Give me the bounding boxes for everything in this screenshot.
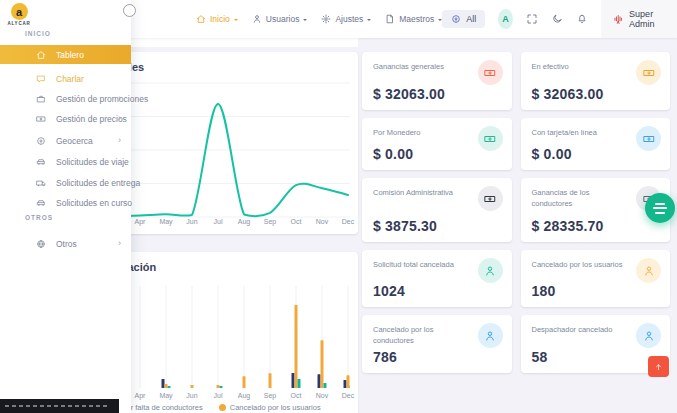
sidebar-item-solicitudes-de-entrega[interactable]: Solicitudes de entrega (0, 173, 131, 192)
banknote-icon (643, 67, 655, 79)
x-axis-tick: Jul (214, 392, 223, 399)
sidebar-item-geocerca[interactable]: Geocerca› (0, 131, 131, 150)
stat-value: $ 0.00 (532, 146, 572, 162)
nav-item-label: Ajustes (335, 14, 363, 24)
stat-label: Ganancias de los conductores (532, 187, 629, 210)
bell-icon (576, 13, 588, 25)
dark-mode-button[interactable] (551, 13, 563, 25)
stat-label: Comisión Administrativa (373, 187, 470, 198)
stat-icon-badge (478, 258, 503, 283)
nav-item-usuarios[interactable]: Usuarios (252, 14, 308, 24)
car-icon (36, 157, 46, 167)
sidebar-item-otros[interactable]: Otros› (0, 234, 131, 253)
zone-select[interactable]: All (442, 10, 485, 28)
stat-value: 786 (373, 349, 397, 365)
stat-card-cancelado-por-los-usuarios: Cancelado por los usuarios180 (521, 250, 671, 307)
brand-logo-icon: a (11, 3, 28, 20)
stat-label: Cancelado por los conductores (373, 324, 470, 347)
doc-icon (385, 14, 395, 24)
filter-icon (655, 203, 665, 205)
sidebar-item-label: Otros (56, 239, 77, 249)
banknote-icon (484, 193, 496, 205)
sidebar-section-otros: OTROS (25, 214, 53, 221)
sidebar-item-solicitudes-de-viaje[interactable]: Solicitudes de viaje (0, 152, 131, 171)
x-axis-tick: Jun (186, 392, 197, 399)
stat-icon-badge (636, 60, 661, 85)
chevron-down-icon (367, 19, 371, 23)
translate-button[interactable]: A (498, 9, 512, 29)
translate-icon: A (502, 14, 509, 24)
x-axis-tick: Dec (342, 392, 354, 399)
stat-value: $ 32063.00 (532, 86, 604, 102)
x-axis-tick: Jun (186, 218, 197, 225)
stat-value: $ 28335.70 (532, 218, 604, 234)
chevron-down-icon (303, 19, 307, 23)
sidebar-toggle[interactable] (123, 4, 136, 17)
person-icon (484, 265, 496, 277)
stat-icon-badge (478, 60, 503, 85)
sidebar-item-gestion-de-promociones[interactable]: Gestión de promociones› (0, 89, 131, 108)
fullscreen-button[interactable] (526, 13, 538, 25)
brand-logo[interactable]: a ALYCAR (7, 3, 31, 26)
stat-value: $ 32063.00 (373, 86, 445, 102)
banknote-icon (484, 67, 496, 79)
legend-item-cancelado-por-los-usuarios[interactable]: Cancelado por los usuarios (219, 403, 321, 412)
nav-item-ajustes[interactable]: Ajustes (321, 14, 371, 24)
stat-label: Con tarjeta/en línea (532, 127, 629, 138)
stat-label: Despachador cancelado (532, 324, 629, 335)
sidebar-item-tablero[interactable]: Tablero (0, 45, 131, 64)
scroll-top-button[interactable] (648, 356, 669, 377)
person-icon (643, 265, 655, 277)
nav-item-maestros[interactable]: Maestros (385, 14, 442, 24)
person-icon (643, 330, 655, 342)
profile-menu[interactable]: Super Admin (601, 0, 677, 38)
nav-item-label: Maestros (399, 14, 434, 24)
sidebar-item-label: Tablero (56, 50, 84, 60)
stat-value: $ 3875.30 (373, 218, 437, 234)
sidebar-item-label: Solicitudes de entrega (56, 178, 140, 188)
stat-card-por-monedero: Por Monedero$ 0.00 (362, 118, 512, 170)
profile-name: Super Admin (629, 9, 665, 29)
chevron-right-icon: › (118, 136, 121, 145)
profile-logo-icon (613, 12, 623, 27)
nav-item-inicio[interactable]: Inicio (196, 14, 238, 24)
stat-icon-badge (478, 126, 503, 151)
sidebar-section-inicio: INICIO (25, 30, 51, 37)
target-icon (36, 136, 46, 146)
filter-fab[interactable] (645, 193, 675, 223)
person-icon (252, 14, 262, 24)
briefcase-icon (36, 94, 46, 104)
banknote-icon (36, 114, 46, 124)
sidebar-item-solicitudes-en-curso[interactable]: Solicitudes en curso (0, 193, 131, 212)
x-axis-tick: Sep (264, 392, 276, 399)
sidebar-item-charlar[interactable]: Charlar (0, 69, 131, 88)
arrow-up-icon (654, 362, 663, 372)
stat-label: Ganancias generales (373, 61, 470, 72)
sidebar: a ALYCAR INICIOTableroCharlarGestión de … (0, 0, 131, 413)
moon-icon (551, 13, 563, 25)
stats-grid: Ganancias generales$ 32063.00En efectivo… (362, 52, 670, 373)
chevron-right-icon: › (118, 114, 121, 123)
stat-label: Solicitud total cancelada (373, 259, 470, 270)
stat-label: Cancelado por los usuarios (532, 259, 629, 270)
sidebar-item-label: Geocerca (56, 136, 93, 146)
x-axis-tick: Apr (135, 392, 146, 399)
x-axis-tick: Apr (135, 218, 146, 225)
x-axis-tick: Sep (264, 218, 276, 225)
sidebar-item-gestion-de-precios[interactable]: Gestión de precios› (0, 109, 131, 128)
stat-value: 1024 (373, 283, 405, 299)
stat-card-solicitud-total-cancelada: Solicitud total cancelada1024 (362, 250, 512, 307)
stat-card-en-efectivo: En efectivo$ 32063.00 (521, 52, 671, 110)
chat-icon (36, 74, 46, 84)
x-axis-tick: Oct (291, 392, 302, 399)
sidebar-item-label: Gestión de precios (56, 114, 127, 124)
stat-icon-badge (478, 186, 503, 211)
sidebar-item-label: Gestión de promociones (56, 94, 148, 104)
notifications-button[interactable] (576, 13, 588, 25)
x-axis-tick: Jul (214, 218, 223, 225)
stat-icon-badge (478, 323, 503, 348)
truck-icon (36, 178, 46, 188)
nav-item-label: Inicio (210, 14, 230, 24)
stat-value: 58 (532, 349, 548, 365)
x-axis-tick: Dec (342, 218, 354, 225)
